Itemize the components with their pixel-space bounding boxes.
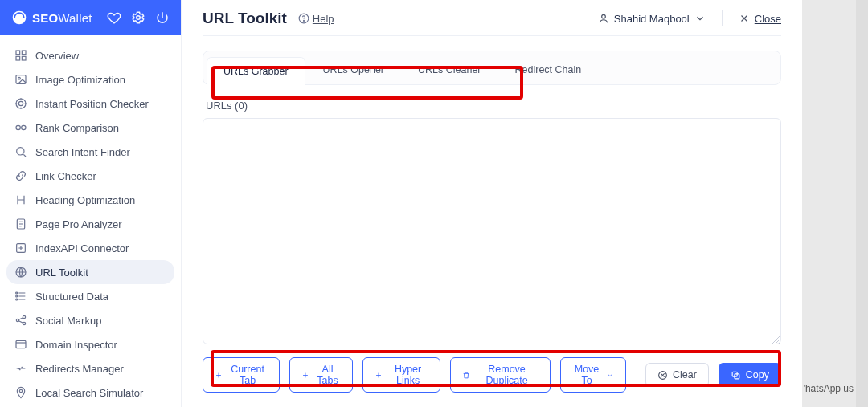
sidebar-item-label: Image Optimization bbox=[35, 74, 125, 86]
sidebar-item-page-pro-analyzer[interactable]: Page Pro Analyzer bbox=[6, 212, 174, 236]
current-tab-button[interactable]: Current Tab bbox=[203, 357, 280, 393]
sidebar-item-heading-optimization[interactable]: Heading Optimization bbox=[6, 188, 174, 212]
sidebar-item-label: Local Search Simulator bbox=[35, 387, 143, 399]
svg-rect-5 bbox=[22, 56, 26, 60]
page-title: URL Toolkit bbox=[203, 10, 287, 27]
chevron-down-icon bbox=[606, 370, 614, 381]
sidebar-item-label: URL Toolkit bbox=[35, 267, 88, 279]
list-icon bbox=[14, 290, 27, 303]
sidebar-item-label: Link Checker bbox=[35, 170, 96, 182]
plus-icon bbox=[375, 370, 383, 381]
sidebar-item-label: Search Intent Finder bbox=[35, 146, 130, 158]
copy-button[interactable]: Copy bbox=[719, 363, 781, 387]
heading-icon bbox=[14, 193, 27, 206]
close-icon bbox=[739, 13, 750, 24]
api-icon bbox=[14, 242, 27, 254]
image-icon bbox=[14, 73, 27, 86]
target-icon bbox=[14, 97, 27, 110]
power-icon[interactable] bbox=[155, 10, 170, 25]
sidebar-item-redirects-manager[interactable]: Redirects Manager bbox=[6, 356, 174, 381]
sidebar-item-structured-data[interactable]: Structured Data bbox=[6, 284, 174, 308]
svg-rect-6 bbox=[16, 75, 26, 84]
brand-logo-icon bbox=[11, 10, 27, 26]
svg-point-23 bbox=[19, 389, 22, 392]
tabs-card: URLs GrabberURLs OpenerURLs CleanerRedir… bbox=[203, 51, 781, 85]
divider bbox=[722, 10, 723, 26]
chevron-down-icon bbox=[694, 13, 706, 24]
browser-gutter: 'hatsApp us bbox=[802, 0, 868, 407]
brand-name: SEOWallet bbox=[32, 11, 92, 25]
sidebar-item-overview[interactable]: Overview bbox=[6, 43, 174, 67]
sidebar-item-label: IndexAPI Connector bbox=[35, 242, 129, 254]
urls-textarea[interactable] bbox=[203, 118, 781, 344]
scrollbar[interactable] bbox=[856, 0, 868, 407]
search-icon bbox=[14, 145, 27, 158]
tool-tabs: URLs GrabberURLs OpenerURLs CleanerRedir… bbox=[207, 56, 777, 84]
close-link[interactable]: Close bbox=[739, 13, 781, 25]
svg-point-10 bbox=[16, 125, 20, 129]
sidebar-item-instant-position-checker[interactable]: Instant Position Checker bbox=[6, 92, 174, 116]
globe-icon bbox=[14, 266, 27, 279]
sidebar-item-label: Domain Inspector bbox=[35, 339, 117, 351]
all-tabs-button[interactable]: All Tabs bbox=[289, 357, 353, 393]
remove-duplicate-button[interactable]: Remove Duplicate bbox=[450, 357, 551, 393]
sidebar-item-domain-inspector[interactable]: Domain Inspector bbox=[6, 332, 174, 356]
move-to-button[interactable]: Move To bbox=[560, 357, 626, 393]
tab-urls-grabber[interactable]: URLs Grabber bbox=[207, 57, 305, 85]
sidebar-item-search-intent-finder[interactable]: Search Intent Finder bbox=[6, 140, 174, 164]
hyper-links-button[interactable]: Hyper Links bbox=[362, 357, 440, 393]
svg-point-28 bbox=[601, 14, 605, 18]
sidebar-item-link-checker[interactable]: Link Checker bbox=[6, 164, 174, 188]
svg-point-1 bbox=[137, 16, 141, 20]
sidebar-item-label: Instant Position Checker bbox=[35, 98, 149, 110]
sidebar-item-label: Redirects Manager bbox=[35, 363, 124, 375]
sidebar-item-local-search-simulator[interactable]: Local Search Simulator bbox=[6, 381, 174, 405]
page-header: URL Toolkit Help Shahid Maqbool Close bbox=[203, 10, 781, 36]
share-icon bbox=[14, 314, 27, 327]
sidebar-nav: OverviewImage OptimizationInstant Positi… bbox=[0, 35, 181, 407]
whatsapp-label: 'hatsApp us bbox=[804, 383, 854, 394]
plus-icon bbox=[301, 370, 309, 381]
tab-urls-cleaner[interactable]: URLs Cleaner bbox=[402, 56, 497, 84]
svg-rect-22 bbox=[16, 340, 26, 348]
svg-point-12 bbox=[17, 148, 24, 155]
sidebar-item-indexapi-connector[interactable]: IndexAPI Connector bbox=[6, 236, 174, 260]
user-icon bbox=[598, 13, 609, 24]
svg-point-18 bbox=[16, 299, 18, 300]
sidebar-item-url-toolkit[interactable]: URL Toolkit bbox=[6, 260, 174, 284]
urls-count-label: URLs (0) bbox=[206, 100, 781, 112]
heart-icon[interactable] bbox=[107, 10, 121, 25]
redirect-icon bbox=[14, 362, 27, 375]
user-menu[interactable]: Shahid Maqbool bbox=[598, 13, 706, 25]
sidebar-item-label: Structured Data bbox=[35, 291, 108, 303]
brand: SEOWallet bbox=[11, 10, 92, 26]
gear-icon[interactable] bbox=[131, 10, 145, 25]
tab-redirect-chain[interactable]: Redirect Chain bbox=[499, 56, 598, 84]
svg-point-9 bbox=[18, 101, 23, 105]
main-panel: URL Toolkit Help Shahid Maqbool Close bbox=[182, 0, 802, 407]
sidebar-item-label: Heading Optimization bbox=[35, 194, 135, 206]
sidebar-item-social-markup[interactable]: Social Markup bbox=[6, 308, 174, 332]
user-name: Shahid Maqbool bbox=[614, 13, 690, 25]
brand-actions bbox=[107, 10, 170, 25]
grid-icon bbox=[14, 49, 27, 62]
tab-urls-opener[interactable]: URLs Opener bbox=[307, 56, 400, 84]
sidebar: SEOWallet OverviewImage OptimizationInst… bbox=[0, 0, 182, 407]
svg-point-17 bbox=[16, 295, 18, 297]
help-link[interactable]: Help bbox=[298, 13, 334, 25]
svg-rect-2 bbox=[16, 51, 20, 55]
domain-icon bbox=[14, 338, 27, 351]
pin-icon bbox=[14, 386, 27, 399]
sidebar-item-rank-comparison[interactable]: Rank Comparison bbox=[6, 116, 174, 140]
compare-icon bbox=[14, 121, 27, 134]
clear-button[interactable]: Clear bbox=[645, 363, 709, 387]
link-icon bbox=[14, 169, 27, 182]
svg-point-8 bbox=[16, 99, 26, 108]
help-icon bbox=[298, 13, 309, 24]
action-bar: Current Tab All Tabs Hyper Links Remove … bbox=[203, 357, 781, 393]
sidebar-item-label: Social Markup bbox=[35, 315, 101, 327]
sidebar-item-image-optimization[interactable]: Image Optimization bbox=[6, 67, 174, 92]
svg-point-11 bbox=[22, 125, 26, 129]
brand-bar: SEOWallet bbox=[0, 0, 181, 35]
svg-point-16 bbox=[16, 292, 18, 294]
